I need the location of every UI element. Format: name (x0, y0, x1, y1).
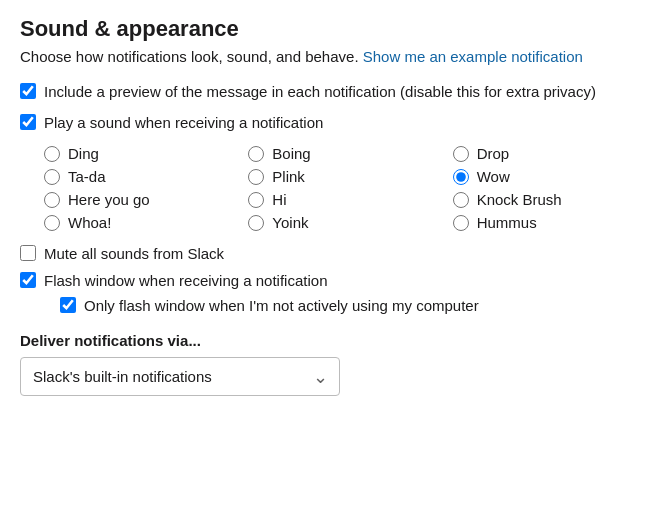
only-flash-label[interactable]: Only flash window when I'm not actively … (84, 295, 479, 316)
subtitle-text: Choose how notifications look, sound, an… (20, 48, 359, 65)
sound-radio-yoink[interactable] (248, 215, 264, 231)
sound-label-ding[interactable]: Ding (68, 145, 99, 162)
flash-checkbox[interactable] (20, 272, 36, 288)
preview-checkbox-row: Include a preview of the message in each… (20, 81, 647, 102)
subtitle: Choose how notifications look, sound, an… (20, 48, 647, 65)
mute-checkbox[interactable] (20, 245, 36, 261)
sound-option-knockbrush: Knock Brush (453, 191, 647, 208)
sound-label-boing[interactable]: Boing (272, 145, 310, 162)
sound-option-hereyougo: Here you go (44, 191, 238, 208)
sound-option-wow: Wow (453, 168, 647, 185)
flash-label[interactable]: Flash window when receiving a notificati… (44, 270, 327, 291)
sound-option-plink: Plink (248, 168, 442, 185)
deliver-dropdown-wrapper: Slack's built-in notificationsSystem not… (20, 357, 340, 396)
sound-label-wow[interactable]: Wow (477, 168, 510, 185)
play-sound-checkbox-row: Play a sound when receiving a notificati… (20, 112, 647, 133)
deliver-dropdown[interactable]: Slack's built-in notificationsSystem not… (20, 357, 340, 396)
sound-option-tada: Ta-da (44, 168, 238, 185)
sound-radio-knockbrush[interactable] (453, 192, 469, 208)
mute-label[interactable]: Mute all sounds from Slack (44, 243, 224, 264)
sound-label-hummus[interactable]: Hummus (477, 214, 537, 231)
play-sound-checkbox[interactable] (20, 114, 36, 130)
sound-option-boing: Boing (248, 145, 442, 162)
sound-label-hereyougo[interactable]: Here you go (68, 191, 150, 208)
sound-option-drop: Drop (453, 145, 647, 162)
only-flash-checkbox[interactable] (60, 297, 76, 313)
sound-label-knockbrush[interactable]: Knock Brush (477, 191, 562, 208)
sound-radio-boing[interactable] (248, 146, 264, 162)
only-flash-checkbox-row: Only flash window when I'm not actively … (60, 295, 647, 316)
play-sound-label[interactable]: Play a sound when receiving a notificati… (44, 112, 323, 133)
sound-label-whoa[interactable]: Whoa! (68, 214, 111, 231)
sound-radio-hummus[interactable] (453, 215, 469, 231)
sound-label-yoink[interactable]: Yoink (272, 214, 308, 231)
preview-checkbox[interactable] (20, 83, 36, 99)
sound-radio-wow[interactable] (453, 169, 469, 185)
sound-radio-hereyougo[interactable] (44, 192, 60, 208)
sound-radio-drop[interactable] (453, 146, 469, 162)
sound-option-hi: Hi (248, 191, 442, 208)
sound-radio-hi[interactable] (248, 192, 264, 208)
example-notification-link[interactable]: Show me an example notification (363, 48, 583, 65)
sound-label-tada[interactable]: Ta-da (68, 168, 106, 185)
mute-checkbox-row: Mute all sounds from Slack (20, 243, 647, 264)
sound-option-ding: Ding (44, 145, 238, 162)
deliver-section-title: Deliver notifications via... (20, 332, 647, 349)
sound-radio-tada[interactable] (44, 169, 60, 185)
sound-options-grid: DingBoingDropTa-daPlinkWowHere you goHiK… (44, 145, 647, 231)
sound-label-hi[interactable]: Hi (272, 191, 286, 208)
page-title: Sound & appearance (20, 16, 647, 42)
preview-label[interactable]: Include a preview of the message in each… (44, 81, 596, 102)
sound-radio-plink[interactable] (248, 169, 264, 185)
sound-radio-ding[interactable] (44, 146, 60, 162)
sound-option-whoa: Whoa! (44, 214, 238, 231)
sound-label-plink[interactable]: Plink (272, 168, 305, 185)
flash-checkbox-row: Flash window when receiving a notificati… (20, 270, 647, 291)
sound-option-hummus: Hummus (453, 214, 647, 231)
sound-label-drop[interactable]: Drop (477, 145, 510, 162)
sound-radio-whoa[interactable] (44, 215, 60, 231)
sound-option-yoink: Yoink (248, 214, 442, 231)
